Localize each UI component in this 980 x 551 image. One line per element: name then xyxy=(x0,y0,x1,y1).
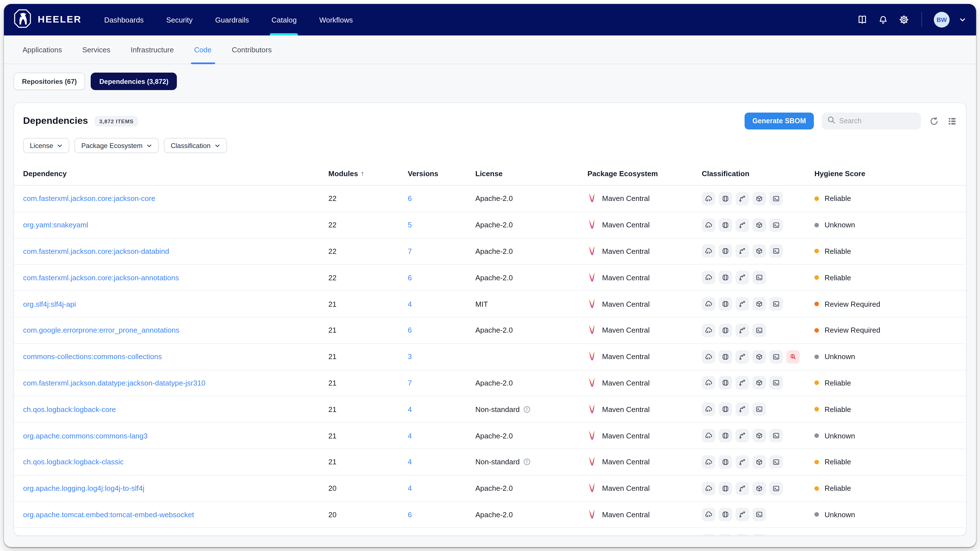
pipeline-icon[interactable] xyxy=(735,324,749,337)
table-view-icon[interactable] xyxy=(947,116,957,126)
terminal-icon[interactable] xyxy=(769,245,783,258)
settings-gear-icon[interactable] xyxy=(898,14,910,25)
dependency-link[interactable]: commons-collections:commons-collections xyxy=(23,353,328,361)
versions-link[interactable]: 3 xyxy=(408,353,476,361)
search-box[interactable] xyxy=(822,113,921,129)
terminal-icon[interactable] xyxy=(769,429,783,442)
tab-services[interactable]: Services xyxy=(82,35,110,64)
cloud-code-icon[interactable] xyxy=(702,271,715,284)
filter-license[interactable]: License xyxy=(23,138,70,153)
pipeline-icon[interactable] xyxy=(735,297,749,311)
container-icon[interactable] xyxy=(719,508,732,521)
package-icon[interactable] xyxy=(752,245,766,258)
nav-item-dashboards[interactable]: Dashboards xyxy=(104,4,144,35)
cloud-code-icon[interactable] xyxy=(702,481,715,495)
refresh-icon[interactable] xyxy=(929,116,939,126)
search-input[interactable] xyxy=(839,117,915,125)
cloud-code-icon[interactable] xyxy=(702,192,715,205)
terminal-icon[interactable] xyxy=(752,508,766,521)
container-icon[interactable] xyxy=(719,350,732,363)
container-icon[interactable] xyxy=(719,192,732,205)
container-icon[interactable] xyxy=(719,481,732,495)
col-package-ecosystem[interactable]: Package Ecosystem xyxy=(587,169,702,178)
tab-contributors[interactable]: Contributors xyxy=(232,35,272,64)
pipeline-icon[interactable] xyxy=(735,350,749,363)
dependency-link[interactable]: com.fasterxml.jackson.core:jackson-datab… xyxy=(23,247,328,256)
versions-link[interactable]: 6 xyxy=(408,194,476,203)
dependency-link[interactable]: org.yaml:snakeyaml xyxy=(23,221,328,229)
risk-flag-icon[interactable] xyxy=(786,350,800,363)
pipeline-icon[interactable] xyxy=(735,455,749,469)
container-icon[interactable] xyxy=(719,218,732,232)
dependency-link[interactable]: com.google.errorprone:error_prone_annota… xyxy=(23,326,328,335)
container-icon[interactable] xyxy=(719,534,732,536)
col-hygiene-score[interactable]: Hygiene Score xyxy=(815,169,957,178)
user-avatar[interactable]: BW xyxy=(934,12,950,28)
dependency-link[interactable]: com.fasterxml.jackson.core:jackson-annot… xyxy=(23,273,328,282)
container-icon[interactable] xyxy=(719,324,732,337)
container-icon[interactable] xyxy=(719,429,732,442)
cloud-code-icon[interactable] xyxy=(702,297,715,311)
dependency-link[interactable]: org.apache.tomcat.embed:tomcat-embed-web… xyxy=(23,510,328,519)
docs-icon[interactable] xyxy=(857,14,868,25)
col-license[interactable]: License xyxy=(476,169,587,178)
terminal-icon[interactable] xyxy=(769,192,783,205)
versions-link[interactable]: 4 xyxy=(408,458,476,466)
tab-applications[interactable]: Applications xyxy=(22,35,62,64)
package-icon[interactable] xyxy=(752,218,766,232)
package-icon[interactable] xyxy=(752,350,766,363)
pipeline-icon[interactable] xyxy=(735,508,749,521)
cloud-code-icon[interactable] xyxy=(702,534,715,536)
nav-item-security[interactable]: Security xyxy=(166,4,192,35)
dependency-link[interactable]: com.fasterxml.jackson.datatype:jackson-d… xyxy=(23,379,328,387)
package-icon[interactable] xyxy=(752,192,766,205)
dependency-link[interactable]: org.apache.logging.log4j:log4j-to-slf4j xyxy=(23,484,328,492)
terminal-icon[interactable] xyxy=(769,481,783,495)
filter-classification[interactable]: Classification xyxy=(164,138,227,153)
cloud-code-icon[interactable] xyxy=(702,429,715,442)
cloud-code-icon[interactable] xyxy=(702,376,715,390)
notifications-bell-icon[interactable] xyxy=(878,14,889,25)
terminal-icon[interactable] xyxy=(769,376,783,390)
terminal-icon[interactable] xyxy=(752,271,766,284)
versions-link[interactable]: 5 xyxy=(408,221,476,229)
terminal-icon[interactable] xyxy=(769,455,783,469)
versions-link[interactable]: 6 xyxy=(408,510,476,519)
cloud-code-icon[interactable] xyxy=(702,350,715,363)
cloud-code-icon[interactable] xyxy=(702,403,715,416)
nav-item-workflows[interactable]: Workflows xyxy=(319,4,353,35)
terminal-icon[interactable] xyxy=(769,350,783,363)
package-icon[interactable] xyxy=(752,455,766,469)
container-icon[interactable] xyxy=(719,271,732,284)
pill-repositories[interactable]: Repositories (67) xyxy=(14,73,85,90)
dependency-link[interactable]: org.apache.commons:commons-lang3 xyxy=(23,431,328,440)
dependency-link[interactable]: org.slf4j:slf4j-api xyxy=(23,300,328,308)
container-icon[interactable] xyxy=(719,376,732,390)
pipeline-icon[interactable] xyxy=(735,271,749,284)
filter-package-ecosystem[interactable]: Package Ecosystem xyxy=(75,138,159,153)
pipeline-icon[interactable] xyxy=(735,481,749,495)
container-icon[interactable] xyxy=(719,455,732,469)
package-icon[interactable] xyxy=(752,297,766,311)
terminal-icon[interactable] xyxy=(769,218,783,232)
terminal-icon[interactable] xyxy=(752,403,766,416)
versions-link[interactable]: 4 xyxy=(408,405,476,414)
tab-code[interactable]: Code xyxy=(194,35,212,64)
versions-link[interactable]: 7 xyxy=(408,379,476,387)
terminal-icon[interactable] xyxy=(752,534,766,536)
terminal-icon[interactable] xyxy=(769,297,783,311)
dependency-link[interactable]: ch.qos.logback:logback-core xyxy=(23,405,328,414)
pipeline-icon[interactable] xyxy=(735,534,749,536)
pipeline-icon[interactable] xyxy=(735,192,749,205)
cloud-code-icon[interactable] xyxy=(702,245,715,258)
versions-link[interactable]: 7 xyxy=(408,247,476,256)
nav-item-guardrails[interactable]: Guardrails xyxy=(215,4,249,35)
col-classification[interactable]: Classification xyxy=(702,169,815,178)
pill-dependencies[interactable]: Dependencies (3,872) xyxy=(91,73,177,90)
dependency-link[interactable]: com.fasterxml.jackson.core:jackson-core xyxy=(23,194,328,203)
cloud-code-icon[interactable] xyxy=(702,218,715,232)
terminal-icon[interactable] xyxy=(752,324,766,337)
col-versions[interactable]: Versions xyxy=(408,169,476,178)
pipeline-icon[interactable] xyxy=(735,218,749,232)
cloud-code-icon[interactable] xyxy=(702,324,715,337)
